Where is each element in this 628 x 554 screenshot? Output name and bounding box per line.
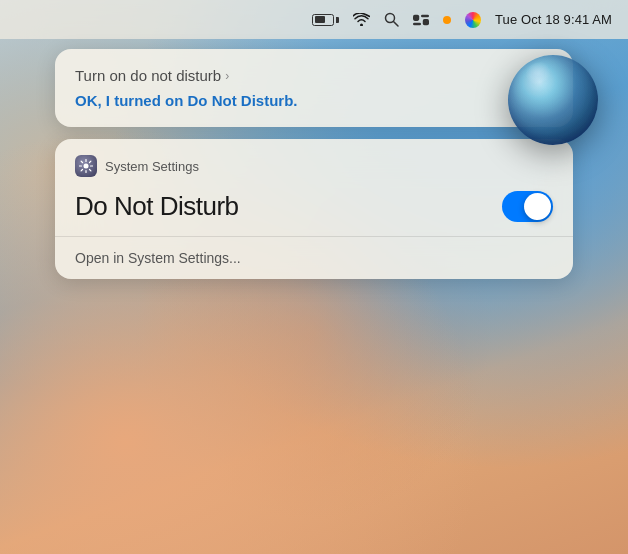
siri-response-text: OK, I turned on Do Not Disturb. xyxy=(75,92,553,109)
siri-menu-icon[interactable] xyxy=(465,12,481,28)
svg-line-1 xyxy=(394,22,399,27)
dnd-label: Do Not Disturb xyxy=(75,191,239,222)
svg-point-6 xyxy=(84,164,89,169)
menubar: Tue Oct 18 9:41 AM xyxy=(0,0,628,39)
svg-rect-2 xyxy=(413,14,419,20)
settings-header: System Settings xyxy=(75,155,553,177)
siri-ball[interactable] xyxy=(508,55,598,145)
wifi-icon xyxy=(353,13,370,26)
spotlight-icon[interactable] xyxy=(384,12,399,27)
dnd-toggle[interactable] xyxy=(502,191,553,222)
dnd-row: Do Not Disturb xyxy=(75,191,553,222)
toggle-knob xyxy=(524,193,551,220)
control-center-icon[interactable] xyxy=(413,14,429,26)
chevron-icon: › xyxy=(225,69,229,83)
siri-settings-card: System Settings Do Not Disturb Open in S… xyxy=(55,139,573,279)
open-settings-link[interactable]: Open in System Settings... xyxy=(75,237,553,279)
svg-rect-4 xyxy=(413,22,421,25)
notification-dot-icon xyxy=(443,16,451,24)
siri-query: Turn on do not disturb › xyxy=(75,67,553,84)
svg-rect-3 xyxy=(421,14,429,17)
system-settings-icon xyxy=(75,155,97,177)
siri-response-card: Turn on do not disturb › OK, I turned on… xyxy=(55,49,573,127)
svg-rect-5 xyxy=(423,19,429,25)
battery-icon xyxy=(312,14,339,26)
menubar-time: Tue Oct 18 9:41 AM xyxy=(495,12,612,27)
settings-app-name: System Settings xyxy=(105,159,199,174)
